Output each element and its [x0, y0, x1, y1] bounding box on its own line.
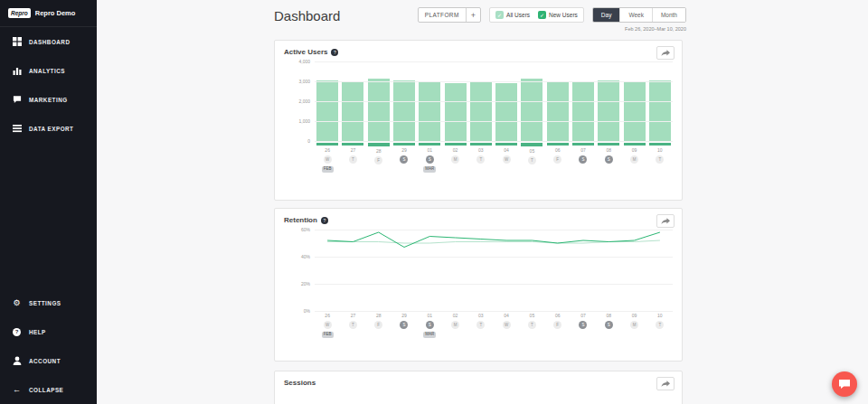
date-label: 09	[632, 313, 637, 318]
help-icon[interactable]: ?	[321, 217, 328, 224]
new-users-checkbox[interactable]: ✓ New Users	[538, 11, 578, 19]
x-axis-column: 01SMAR	[417, 311, 442, 338]
x-axis: 26WFEB27T28F29S01SMAR02M03T04W05T06F07S0…	[315, 311, 673, 338]
weekday-badge: S	[426, 155, 434, 164]
date-label: 08	[606, 147, 611, 153]
sidebar-item-account[interactable]: ACCOUNT	[0, 346, 97, 375]
workspace-switcher[interactable]: Repro Repro Demo	[0, 0, 97, 27]
sidebar-item-analytics[interactable]: ANALYTICS	[0, 56, 97, 85]
x-axis-column: 03T	[468, 311, 494, 338]
x-axis-column: 03T	[468, 141, 494, 174]
new-users-bar	[649, 143, 671, 146]
retention-card: Retention ? 60%40%20%0% 26WFEB27T28F29S0…	[274, 208, 683, 362]
help-icon[interactable]: ?	[331, 49, 338, 56]
help-icon: ?	[12, 328, 22, 336]
all-users-bar	[316, 80, 338, 141]
y-tick-label: 3,000	[298, 79, 310, 84]
date-label: 29	[401, 147, 407, 153]
y-tick-label: 0	[307, 138, 310, 144]
weekday-badge: S	[400, 321, 408, 329]
y-tick-label: 4,000	[298, 59, 310, 64]
y-tick-label: 2,000	[298, 99, 310, 104]
all-users-bar	[598, 80, 619, 141]
x-axis-column: 29S	[392, 141, 417, 174]
card-header: Active Users ?	[275, 41, 682, 59]
x-axis-column: 05T	[519, 141, 544, 174]
y-tick-label: 0%	[304, 308, 310, 314]
weekday-badge: S	[579, 321, 587, 329]
weekday-badge: W	[503, 155, 511, 164]
all-users-bar	[342, 81, 363, 141]
weekday-badge: M	[451, 321, 459, 329]
x-axis-column: 10T	[647, 141, 673, 174]
arrow-left-icon: ←	[12, 386, 22, 394]
all-users-label: All Users	[506, 12, 530, 18]
x-axis-column: 01SMAR	[417, 141, 442, 174]
header-controls: PLATFORM + ✓ All Users ✓ New Users Day W…	[418, 7, 686, 32]
y-axis: 4,0003,0002,0001,0000	[284, 61, 315, 141]
sidebar-item-dashboard[interactable]: DASHBOARD	[0, 27, 97, 56]
sidebar-item-settings[interactable]: ⚙ SETTINGS	[0, 288, 97, 317]
x-axis-column: 06F	[545, 141, 571, 174]
all-users-bar	[368, 79, 390, 141]
all-users-bar	[470, 81, 492, 141]
sessions-card: Sessions	[274, 371, 683, 404]
all-users-bar	[649, 80, 671, 141]
platform-filter-label: PLATFORM	[419, 12, 466, 18]
date-label: 03	[478, 313, 484, 318]
all-users-checkbox[interactable]: ✓ All Users	[495, 11, 530, 19]
workspace-name: Repro Demo	[35, 9, 76, 17]
share-button[interactable]	[656, 214, 675, 228]
chat-launcher-button[interactable]	[832, 371, 857, 397]
card-title: Active Users	[284, 48, 327, 56]
weekday-badge: W	[324, 155, 332, 164]
x-axis-column: 08S	[596, 311, 621, 338]
platform-filter-button[interactable]: PLATFORM +	[418, 7, 481, 23]
sidebar-item-label: ANALYTICS	[29, 68, 65, 74]
date-label: 07	[580, 147, 586, 153]
tab-day[interactable]: Day	[593, 8, 620, 22]
x-axis-column: 04W	[494, 141, 519, 174]
sidebar-item-help[interactable]: ? HELP	[0, 317, 97, 346]
all-users-bar	[393, 80, 415, 141]
share-button[interactable]	[656, 46, 675, 60]
weekday-badge: T	[528, 321, 536, 329]
all-users-bar	[495, 83, 517, 141]
sidebar-item-collapse[interactable]: ← COLLAPSE	[0, 375, 97, 404]
date-label: 02	[453, 147, 458, 153]
month-badge: FEB	[322, 166, 334, 173]
share-button[interactable]	[656, 377, 675, 390]
y-tick-label: 1,000	[298, 118, 310, 124]
sidebar-item-label: SETTINGS	[29, 300, 61, 306]
grid-line	[315, 121, 673, 122]
page-title: Dashboard	[274, 8, 340, 23]
grid-line	[315, 141, 673, 142]
x-axis-column: 07S	[571, 141, 596, 174]
x-axis-column: 07S	[571, 311, 596, 338]
sidebar-item-label: MARKETING	[29, 97, 68, 103]
sidebar-item-marketing[interactable]: MARKETING	[0, 85, 97, 114]
weekday-badge: M	[630, 155, 638, 164]
tab-month[interactable]: Month	[652, 8, 685, 22]
weekday-badge: S	[605, 155, 613, 164]
date-range-label: Feb 26, 2020–Mar 10, 2020	[625, 26, 686, 32]
new-users-bar	[470, 143, 492, 146]
date-label: 09	[632, 147, 637, 153]
marketing-icon	[12, 95, 22, 104]
weekday-badge: S	[579, 155, 587, 164]
tab-week[interactable]: Week	[619, 8, 652, 22]
sidebar-item-data-export[interactable]: DATA EXPORT	[0, 114, 97, 143]
date-label: 01	[427, 313, 432, 318]
new-users-bar	[445, 143, 467, 146]
plus-icon[interactable]: +	[466, 8, 480, 22]
x-axis-column: 09M	[621, 141, 646, 174]
x-axis: 26WFEB27T28F29S01SMAR02M03T04W05T06F07S0…	[315, 141, 673, 174]
data-export-icon	[12, 124, 22, 133]
all-users-bar	[445, 83, 467, 142]
sidebar: Repro Repro Demo DASHBOARD ANALYTICS MAR…	[0, 0, 97, 404]
card-title: Sessions	[284, 379, 316, 387]
date-label: 04	[504, 313, 509, 318]
card-header: Sessions	[275, 371, 682, 390]
x-axis-column: 04W	[494, 311, 519, 338]
date-label: 01	[427, 147, 432, 153]
